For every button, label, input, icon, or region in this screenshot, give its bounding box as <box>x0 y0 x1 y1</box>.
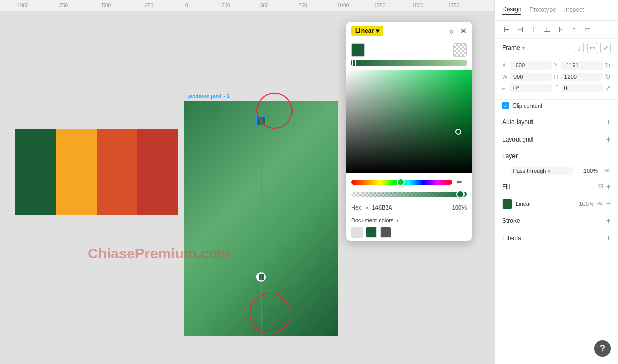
tab-design[interactable]: Design <box>502 6 521 15</box>
fill-header-icons: ⊞ + <box>597 182 611 192</box>
opacity-slider[interactable] <box>351 192 467 197</box>
frame-landscape-icon[interactable]: ▭ <box>587 43 597 53</box>
fill-title: Fill <box>502 183 510 190</box>
clip-content-checkbox[interactable]: ✓ <box>502 102 509 109</box>
linear-label: Linear <box>355 27 374 34</box>
swatch-orange <box>97 129 138 215</box>
ruler-mark: 1250 <box>374 3 385 8</box>
ruler-mark: 1750 <box>448 3 459 8</box>
hue-slider-row: ✒ <box>346 173 472 189</box>
clip-content-row: ✓ Clip content <box>495 100 618 113</box>
r-value[interactable]: 0° <box>510 84 552 92</box>
r-label: ⌐ <box>502 85 510 91</box>
layout-grid-add[interactable]: + <box>606 135 611 144</box>
linear-badge[interactable]: Linear ▾ <box>351 26 383 36</box>
frame-resize-icon[interactable]: ⤢ <box>600 43 611 53</box>
spectrum-canvas <box>346 70 472 173</box>
layer-mode-value[interactable]: Pass through ▾ <box>510 167 573 175</box>
ruler-mark: 1000 <box>337 3 349 8</box>
fill-swatch[interactable] <box>502 199 512 209</box>
frame-icons: ▯ ▭ ⤢ <box>574 43 611 53</box>
stroke-header: Stroke + <box>495 212 618 230</box>
doc-swatch-green[interactable] <box>366 227 377 238</box>
doc-swatch-dark[interactable] <box>380 227 391 238</box>
fb-post-label: Facebook post - 1 <box>184 93 338 99</box>
fill-grid-icon[interactable]: ⊞ <box>597 182 603 192</box>
hue-slider[interactable] <box>351 180 452 185</box>
x-value[interactable]: -600 <box>510 61 552 70</box>
ruler-mark: 1500 <box>412 3 423 8</box>
ruler-mark: 500 <box>260 3 269 8</box>
layout-grid-title: Layout grid <box>502 136 533 143</box>
hex-row: Hex ▾ 100% <box>346 201 472 214</box>
color-picker-panel: Linear ▾ ☼ ✕ ✒ Hex ▾ <box>346 22 472 241</box>
align-center-h-icon[interactable]: ⊣ <box>516 25 525 34</box>
opacity-value: 100% <box>452 204 467 211</box>
frame-label[interactable]: Frame ▾ <box>502 44 525 51</box>
layer-title: Layer <box>502 152 518 160</box>
eyedropper-icon[interactable]: ✒ <box>456 177 467 187</box>
stroke-add[interactable]: + <box>606 216 611 226</box>
h-value[interactable]: 1200 <box>561 73 603 81</box>
gradient-bar[interactable] <box>351 60 467 66</box>
right-panel: Design Prototype Inspect ⊢ ⊣ ⊤ ⊥ ⊦ ⊧ ⊨ F… <box>494 0 618 364</box>
y-value[interactable]: -1191 <box>561 61 603 70</box>
fill-add[interactable]: + <box>606 182 611 192</box>
gradient-line <box>261 108 262 324</box>
rk-row: ⌐ 0° ⌒ 0 ⤢ <box>502 84 611 92</box>
tab-inspect[interactable]: Inspect <box>564 6 585 14</box>
layer-circle-icon: ○ <box>502 168 506 174</box>
help-button[interactable]: ? <box>594 340 611 357</box>
ruler-mark: 250 <box>221 3 230 8</box>
align-center-v-icon[interactable]: ⊦ <box>556 25 565 34</box>
distribute-icon[interactable]: ⊨ <box>582 25 592 34</box>
opacity-slider-thumb <box>456 190 465 198</box>
color-palette <box>15 129 178 215</box>
stop-swatch-checker[interactable] <box>453 43 467 57</box>
color-stops-row <box>346 40 472 60</box>
spectrum-cursor[interactable] <box>455 129 461 135</box>
layer-eye-icon[interactable]: 👁 <box>604 167 611 175</box>
frame-caret: ▾ <box>522 45 525 51</box>
pass-through-label: Pass through <box>513 168 546 174</box>
align-left-icon[interactable]: ⊢ <box>502 25 511 34</box>
layer-header: Layer <box>495 148 618 164</box>
doc-colors-caret: ▾ <box>396 218 399 223</box>
swatch-yellow <box>56 129 97 215</box>
doc-swatches <box>351 227 467 238</box>
align-right-icon[interactable]: ⊤ <box>529 25 538 34</box>
auto-layout-title: Auto layout <box>502 118 533 126</box>
gradient-bar-stop-left[interactable] <box>352 59 356 67</box>
hex-caret[interactable]: ▾ <box>366 205 368 211</box>
align-bottom-icon[interactable]: ⊧ <box>569 25 578 34</box>
close-icon[interactable]: ✕ <box>460 26 467 36</box>
doc-colors-label: Document colors ▾ <box>351 217 467 223</box>
ruler-mark: -250 <box>143 3 153 8</box>
corners-value[interactable]: 0 <box>561 84 603 92</box>
w-value[interactable]: 900 <box>510 73 552 81</box>
tab-prototype[interactable]: Prototype <box>529 6 556 14</box>
pass-through-caret: ▾ <box>548 169 551 174</box>
sun-icon[interactable]: ☼ <box>448 27 455 35</box>
fill-pct-value: 100% <box>579 201 594 207</box>
swatch-red <box>137 129 178 215</box>
y-cycle-icon[interactable]: ↻ <box>605 61 611 70</box>
fullscreen-icon[interactable]: ⤢ <box>605 84 611 92</box>
y-label: Y <box>554 62 561 68</box>
doc-swatch-gray[interactable] <box>351 227 363 238</box>
hex-label: Hex <box>351 204 362 211</box>
stop-swatch-green[interactable] <box>351 43 365 57</box>
hex-input[interactable] <box>372 204 448 211</box>
align-top-icon[interactable]: ⊥ <box>542 25 552 34</box>
auto-layout-add[interactable]: + <box>606 117 611 127</box>
badge-caret: ▾ <box>376 27 379 34</box>
fill-remove-icon[interactable]: − <box>606 199 611 209</box>
frame-portrait-icon[interactable]: ▯ <box>574 43 584 53</box>
hue-slider-thumb <box>397 178 405 186</box>
fill-eye-icon[interactable]: 👁 <box>597 200 603 207</box>
color-spectrum[interactable] <box>346 70 472 173</box>
effects-add[interactable]: + <box>606 234 611 243</box>
h-cycle-icon[interactable]: ↻ <box>605 73 611 81</box>
panel-header-icons: ☼ ✕ <box>448 26 467 36</box>
opacity-slider-row <box>346 189 472 201</box>
